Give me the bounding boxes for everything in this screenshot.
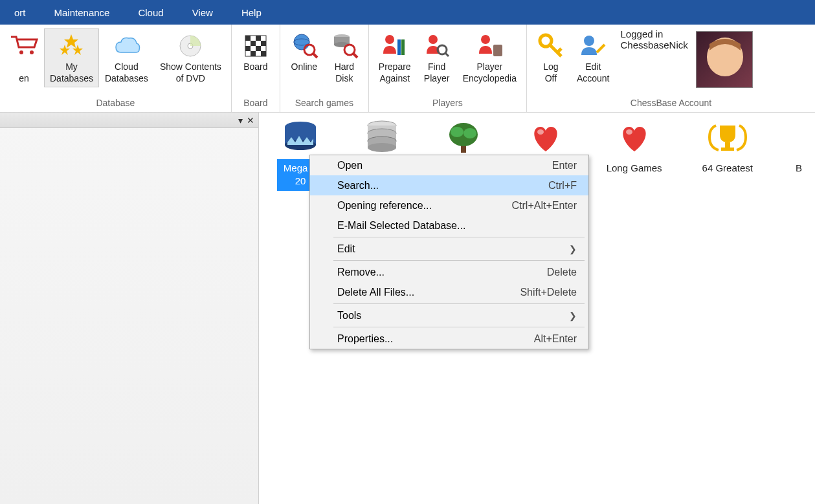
dvd-icon	[176, 32, 205, 60]
group-database-label: Database	[0, 95, 231, 112]
hard-disk-label: Hard Disk	[335, 61, 354, 84]
ctx-delete-all-shortcut: Shift+Delete	[520, 287, 577, 298]
menu-help[interactable]: Help	[227, 0, 276, 25]
ctx-properties[interactable]: Properties... Alt+Enter	[310, 329, 588, 349]
context-menu: Open Enter Search... Ctrl+F Opening refe…	[309, 155, 589, 349]
close-icon[interactable]: ✕	[247, 115, 254, 126]
db-cut[interactable]: B	[789, 118, 809, 191]
ctx-remove-label: Remove...	[337, 267, 385, 278]
chevron-right-icon: ❯	[569, 311, 577, 321]
online-button[interactable]: Online	[284, 28, 324, 76]
person-search-icon	[423, 32, 451, 60]
ctx-remove-shortcut: Delete	[547, 267, 577, 278]
menu-maintenance[interactable]: Maintenance	[40, 0, 124, 25]
menu-view[interactable]: View	[178, 0, 227, 25]
heart-icon	[525, 118, 566, 154]
log-off-button[interactable]: Log Off	[531, 28, 571, 87]
hard-disk-button[interactable]: Hard Disk	[324, 28, 364, 87]
board-label: Board	[243, 61, 267, 73]
ribbon: en My Databases Cloud Databases Show Con…	[0, 25, 815, 113]
db-blue-icon	[280, 118, 321, 154]
ctx-sep	[333, 260, 585, 261]
ctx-tools[interactable]: Tools ❯	[310, 305, 588, 325]
ctx-sep	[333, 303, 585, 304]
dropdown-icon[interactable]: ▾	[238, 115, 243, 126]
open-label: en	[19, 61, 29, 84]
ctx-properties-shortcut: Alt+Enter	[534, 333, 577, 345]
key-icon	[537, 32, 565, 60]
player-encyclopedia-button[interactable]: Player Encyclopedia	[457, 28, 522, 87]
ctx-edit[interactable]: Edit ❯	[310, 239, 588, 259]
db-64-greatest[interactable]: 64 Greatest	[698, 118, 757, 191]
cloud-databases-label: Cloud Databases	[105, 61, 148, 84]
ctx-opening-ref-label: Opening reference...	[337, 200, 432, 212]
menubar: ort Maintenance Cloud View Help	[0, 0, 815, 25]
tree-icon	[443, 118, 484, 154]
ribbon-group-board: Board Board	[232, 25, 280, 112]
player-encyclopedia-label: Player Encyclopedia	[463, 61, 517, 84]
db-long-games[interactable]: Long Games	[603, 118, 666, 191]
db-silver-icon	[361, 118, 403, 154]
stars-icon	[57, 32, 85, 60]
db-cut-icon	[778, 118, 815, 154]
ctx-sep	[333, 327, 585, 327]
heart-icon	[614, 118, 655, 154]
board-button[interactable]: Board	[236, 28, 276, 76]
menu-cloud[interactable]: Cloud	[124, 0, 177, 25]
ctx-open[interactable]: Open Enter	[310, 155, 588, 175]
db-long-games-label: Long Games	[603, 159, 666, 177]
edit-account-button[interactable]: Edit Account	[571, 28, 616, 87]
edit-account-label: Edit Account	[577, 61, 610, 84]
ctx-remove[interactable]: Remove... Delete	[310, 262, 588, 282]
my-databases-label: My Databases	[50, 61, 93, 84]
ctx-search[interactable]: Search... Ctrl+F	[310, 175, 588, 195]
cloud-icon	[112, 32, 140, 60]
group-board-label: Board	[232, 95, 280, 112]
logged-in-text: Logged in	[621, 28, 688, 39]
my-databases-button[interactable]: My Databases	[44, 28, 99, 87]
ctx-delete-all-label: Delete All Files...	[337, 287, 414, 298]
side-panel: ▾ ✕	[0, 113, 259, 504]
board-icon	[241, 32, 270, 60]
ctx-edit-label: Edit	[337, 243, 355, 255]
ctx-tools-label: Tools	[337, 310, 361, 322]
cloud-databases-button[interactable]: Cloud Databases	[99, 28, 154, 87]
find-player-label: Find Player	[424, 61, 450, 84]
ctx-search-shortcut: Ctrl+F	[548, 180, 577, 192]
ctx-email[interactable]: E-Mail Selected Database...	[310, 215, 588, 236]
user-edit-icon	[579, 32, 607, 60]
group-players-label: Players	[369, 95, 526, 112]
ctx-sep	[333, 237, 585, 237]
prepare-against-label: Prepare Against	[379, 61, 411, 84]
person-book-icon	[475, 32, 504, 60]
account-info: Logged in ChessbaseNick	[616, 28, 693, 50]
person-books-icon	[381, 32, 409, 60]
ribbon-group-search: Online Hard Disk Search games	[280, 25, 369, 112]
open-button[interactable]: en	[4, 28, 44, 87]
ribbon-group-account: Log Off Edit Account Logged in Chessbase…	[527, 25, 815, 112]
group-account-label: ChessBase Account	[527, 95, 815, 112]
online-label: Online	[291, 61, 317, 73]
chevron-right-icon: ❯	[569, 244, 577, 254]
show-dvd-button[interactable]: Show Contents of DVD	[154, 28, 227, 87]
ctx-opening-ref[interactable]: Opening reference... Ctrl+Alt+Enter	[310, 195, 588, 215]
ctx-delete-all[interactable]: Delete All Files... Shift+Delete	[310, 282, 588, 302]
ctx-opening-ref-shortcut: Ctrl+Alt+Enter	[512, 200, 577, 212]
db-cut-label: B	[792, 159, 806, 177]
group-search-label: Search games	[280, 95, 368, 112]
find-player-button[interactable]: Find Player	[417, 28, 457, 87]
menu-report[interactable]: ort	[0, 0, 40, 25]
username-text: ChessbaseNick	[621, 39, 688, 50]
prepare-against-button[interactable]: Prepare Against	[373, 28, 417, 87]
trophy-icon	[707, 118, 748, 154]
show-dvd-label: Show Contents of DVD	[160, 61, 221, 84]
log-off-label: Log Off	[543, 61, 558, 84]
db-64-greatest-label: 64 Greatest	[698, 159, 757, 177]
cart-icon	[10, 32, 38, 60]
ribbon-group-players: Prepare Against Find Player Player Encyc…	[369, 25, 527, 112]
ctx-email-label: E-Mail Selected Database...	[337, 220, 465, 232]
ctx-open-label: Open	[337, 160, 363, 171]
avatar[interactable]	[696, 31, 753, 88]
globe-search-icon	[290, 32, 318, 60]
side-panel-header: ▾ ✕	[0, 113, 258, 128]
